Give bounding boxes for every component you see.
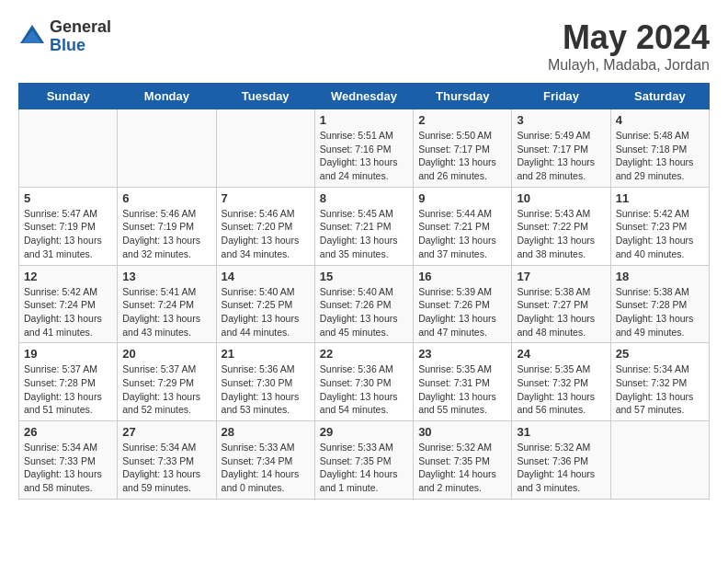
day-info: Sunrise: 5:42 AM Sunset: 7:23 PM Dayligh… <box>616 207 704 261</box>
day-info: Sunrise: 5:40 AM Sunset: 7:25 PM Dayligh… <box>222 285 310 339</box>
day-number: 18 <box>616 270 704 283</box>
calendar-cell: 13Sunrise: 5:41 AM Sunset: 7:24 PM Dayli… <box>118 265 216 343</box>
day-number: 16 <box>418 270 506 283</box>
calendar-cell: 11Sunrise: 5:42 AM Sunset: 7:23 PM Dayli… <box>610 187 709 265</box>
logo: General Blue <box>18 18 111 55</box>
day-number: 25 <box>616 347 704 361</box>
calendar-cell: 23Sunrise: 5:35 AM Sunset: 7:31 PM Dayli… <box>414 343 512 421</box>
logo-blue-text: Blue <box>50 37 111 55</box>
calendar-week-row: 1Sunrise: 5:51 AM Sunset: 7:16 PM Daylig… <box>19 109 710 188</box>
day-info: Sunrise: 5:35 AM Sunset: 7:31 PM Dayligh… <box>418 362 506 417</box>
day-info: Sunrise: 5:37 AM Sunset: 7:28 PM Dayligh… <box>24 362 112 417</box>
day-info: Sunrise: 5:51 AM Sunset: 7:16 PM Dayligh… <box>320 129 408 183</box>
day-info: Sunrise: 5:36 AM Sunset: 7:30 PM Dayligh… <box>320 362 408 417</box>
calendar-cell: 21Sunrise: 5:36 AM Sunset: 7:30 PM Dayli… <box>216 343 314 421</box>
weekday-header-row: SundayMondayTuesdayWednesdayThursdayFrid… <box>19 84 710 109</box>
calendar-title: May 2024 <box>548 18 710 57</box>
calendar-cell: 8Sunrise: 5:45 AM Sunset: 7:21 PM Daylig… <box>314 187 413 265</box>
calendar-cell <box>216 109 314 188</box>
day-number: 23 <box>418 347 506 361</box>
day-number: 10 <box>517 191 605 205</box>
day-number: 26 <box>24 425 112 439</box>
day-number: 2 <box>418 113 506 127</box>
day-info: Sunrise: 5:34 AM Sunset: 7:33 PM Dayligh… <box>24 441 112 495</box>
day-info: Sunrise: 5:42 AM Sunset: 7:24 PM Dayligh… <box>24 285 112 339</box>
day-info: Sunrise: 5:33 AM Sunset: 7:34 PM Dayligh… <box>222 441 310 495</box>
calendar-cell: 7Sunrise: 5:46 AM Sunset: 7:20 PM Daylig… <box>216 187 314 265</box>
day-number: 4 <box>616 113 704 127</box>
calendar-week-row: 26Sunrise: 5:34 AM Sunset: 7:33 PM Dayli… <box>19 421 710 500</box>
calendar-cell: 9Sunrise: 5:44 AM Sunset: 7:21 PM Daylig… <box>414 187 512 265</box>
calendar-week-row: 5Sunrise: 5:47 AM Sunset: 7:19 PM Daylig… <box>19 187 710 265</box>
calendar-cell: 16Sunrise: 5:39 AM Sunset: 7:26 PM Dayli… <box>414 265 512 343</box>
weekday-header-wednesday: Wednesday <box>314 84 413 109</box>
calendar-cell: 19Sunrise: 5:37 AM Sunset: 7:28 PM Dayli… <box>19 343 118 421</box>
calendar-cell: 15Sunrise: 5:40 AM Sunset: 7:26 PM Dayli… <box>314 265 413 343</box>
logo-icon <box>18 23 46 51</box>
calendar-cell: 20Sunrise: 5:37 AM Sunset: 7:29 PM Dayli… <box>118 343 216 421</box>
day-info: Sunrise: 5:32 AM Sunset: 7:36 PM Dayligh… <box>517 441 605 495</box>
calendar-cell: 14Sunrise: 5:40 AM Sunset: 7:25 PM Dayli… <box>216 265 314 343</box>
day-info: Sunrise: 5:33 AM Sunset: 7:35 PM Dayligh… <box>320 441 408 495</box>
calendar-cell: 6Sunrise: 5:46 AM Sunset: 7:19 PM Daylig… <box>118 187 216 265</box>
weekday-header-monday: Monday <box>118 84 216 109</box>
day-info: Sunrise: 5:44 AM Sunset: 7:21 PM Dayligh… <box>418 207 506 261</box>
day-info: Sunrise: 5:34 AM Sunset: 7:33 PM Dayligh… <box>122 441 210 495</box>
day-number: 6 <box>122 191 210 205</box>
calendar-body: 1Sunrise: 5:51 AM Sunset: 7:16 PM Daylig… <box>19 109 710 500</box>
day-number: 1 <box>320 113 408 127</box>
day-number: 31 <box>517 425 605 439</box>
calendar-cell <box>19 109 118 188</box>
calendar-week-row: 12Sunrise: 5:42 AM Sunset: 7:24 PM Dayli… <box>19 265 710 343</box>
day-info: Sunrise: 5:50 AM Sunset: 7:17 PM Dayligh… <box>418 129 506 183</box>
calendar-cell: 28Sunrise: 5:33 AM Sunset: 7:34 PM Dayli… <box>216 421 314 500</box>
day-number: 17 <box>517 270 605 283</box>
day-number: 13 <box>122 270 210 283</box>
calendar-cell: 25Sunrise: 5:34 AM Sunset: 7:32 PM Dayli… <box>610 343 709 421</box>
day-info: Sunrise: 5:46 AM Sunset: 7:19 PM Dayligh… <box>122 207 210 261</box>
day-info: Sunrise: 5:38 AM Sunset: 7:28 PM Dayligh… <box>616 285 704 339</box>
weekday-header-thursday: Thursday <box>414 84 512 109</box>
weekday-header-saturday: Saturday <box>610 84 709 109</box>
calendar-cell: 24Sunrise: 5:35 AM Sunset: 7:32 PM Dayli… <box>512 343 610 421</box>
day-number: 9 <box>418 191 506 205</box>
day-number: 29 <box>320 425 408 439</box>
calendar-table: SundayMondayTuesdayWednesdayThursdayFrid… <box>18 83 710 500</box>
day-number: 5 <box>24 191 112 205</box>
day-number: 15 <box>320 270 408 283</box>
day-info: Sunrise: 5:48 AM Sunset: 7:18 PM Dayligh… <box>616 129 704 183</box>
calendar-cell: 22Sunrise: 5:36 AM Sunset: 7:30 PM Dayli… <box>314 343 413 421</box>
calendar-cell: 12Sunrise: 5:42 AM Sunset: 7:24 PM Dayli… <box>19 265 118 343</box>
calendar-cell: 31Sunrise: 5:32 AM Sunset: 7:36 PM Dayli… <box>512 421 610 500</box>
calendar-cell: 5Sunrise: 5:47 AM Sunset: 7:19 PM Daylig… <box>19 187 118 265</box>
day-info: Sunrise: 5:46 AM Sunset: 7:20 PM Dayligh… <box>222 207 310 261</box>
day-info: Sunrise: 5:35 AM Sunset: 7:32 PM Dayligh… <box>517 362 605 417</box>
day-info: Sunrise: 5:32 AM Sunset: 7:35 PM Dayligh… <box>418 441 506 495</box>
day-number: 27 <box>122 425 210 439</box>
day-number: 20 <box>122 347 210 361</box>
calendar-cell <box>118 109 216 188</box>
day-number: 24 <box>517 347 605 361</box>
day-info: Sunrise: 5:49 AM Sunset: 7:17 PM Dayligh… <box>517 129 605 183</box>
day-info: Sunrise: 5:36 AM Sunset: 7:30 PM Dayligh… <box>222 362 310 417</box>
calendar-cell: 30Sunrise: 5:32 AM Sunset: 7:35 PM Dayli… <box>414 421 512 500</box>
day-info: Sunrise: 5:34 AM Sunset: 7:32 PM Dayligh… <box>616 362 704 417</box>
calendar-cell: 4Sunrise: 5:48 AM Sunset: 7:18 PM Daylig… <box>610 109 709 188</box>
logo-text: General Blue <box>50 18 111 55</box>
calendar-cell: 26Sunrise: 5:34 AM Sunset: 7:33 PM Dayli… <box>19 421 118 500</box>
calendar-cell: 10Sunrise: 5:43 AM Sunset: 7:22 PM Dayli… <box>512 187 610 265</box>
page-header: General Blue May 2024 Mulayh, Madaba, Jo… <box>18 18 710 74</box>
calendar-cell: 1Sunrise: 5:51 AM Sunset: 7:16 PM Daylig… <box>314 109 413 188</box>
day-info: Sunrise: 5:41 AM Sunset: 7:24 PM Dayligh… <box>122 285 210 339</box>
day-info: Sunrise: 5:39 AM Sunset: 7:26 PM Dayligh… <box>418 285 506 339</box>
day-number: 7 <box>222 191 310 205</box>
calendar-cell: 27Sunrise: 5:34 AM Sunset: 7:33 PM Dayli… <box>118 421 216 500</box>
calendar-cell: 17Sunrise: 5:38 AM Sunset: 7:27 PM Dayli… <box>512 265 610 343</box>
day-number: 28 <box>222 425 310 439</box>
calendar-subtitle: Mulayh, Madaba, Jordan <box>548 57 710 74</box>
day-number: 3 <box>517 113 605 127</box>
day-info: Sunrise: 5:38 AM Sunset: 7:27 PM Dayligh… <box>517 285 605 339</box>
logo-general-text: General <box>50 18 111 37</box>
day-number: 11 <box>616 191 704 205</box>
calendar-cell: 2Sunrise: 5:50 AM Sunset: 7:17 PM Daylig… <box>414 109 512 188</box>
